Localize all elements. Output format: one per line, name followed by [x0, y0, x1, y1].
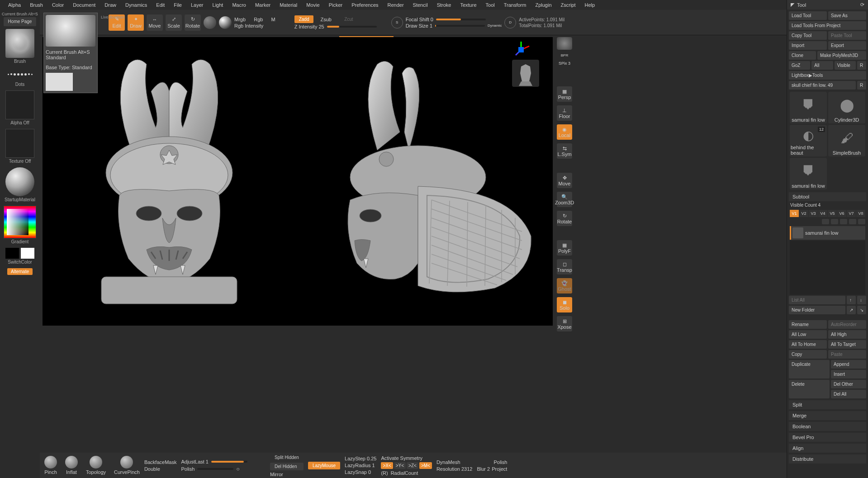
tool-item[interactable]: ⬤Cylinder3D: [828, 92, 865, 123]
color-picker[interactable]: [4, 206, 36, 238]
down-icon[interactable]: ↓: [857, 296, 866, 304]
activate-symmetry-label[interactable]: Activate Symmetry: [381, 455, 432, 461]
goz-button[interactable]: GoZ: [789, 61, 810, 70]
subtool-list[interactable]: [790, 241, 865, 295]
material-thumbnail[interactable]: [5, 167, 34, 196]
menu-dynamics[interactable]: Dynamics: [121, 0, 152, 9]
align-section[interactable]: Align: [789, 444, 866, 453]
move-button[interactable]: ↔Move: [147, 14, 163, 31]
copy-tool-button[interactable]: Copy Tool: [789, 31, 827, 40]
z-intensity-slider[interactable]: [327, 26, 377, 28]
rotate-cam-button[interactable]: ↻Rotate: [557, 211, 572, 226]
menu-brush[interactable]: Brush: [25, 0, 47, 9]
sym-y-button[interactable]: >Y<: [394, 462, 406, 469]
draw-button[interactable]: ✦Draw: [128, 14, 144, 31]
radialcount-label[interactable]: RadialCount: [391, 470, 418, 476]
adjust-last-slider[interactable]: [211, 461, 247, 463]
viewport[interactable]: [43, 37, 553, 326]
switchcolor-label[interactable]: SwitchColor: [8, 260, 32, 265]
draw-size-slider[interactable]: [435, 25, 485, 27]
z-intensity-label[interactable]: Z Intensity 25: [294, 24, 324, 29]
menu-movie[interactable]: Movie: [302, 0, 324, 9]
lightbox-tools-button[interactable]: Lightbox▶Tools: [789, 71, 866, 80]
focal-shift-label[interactable]: Focal Shift 0: [406, 17, 433, 22]
rename-button[interactable]: Rename: [789, 320, 827, 329]
eye-icon[interactable]: [858, 219, 865, 224]
lazymouse-button[interactable]: LazyMouse: [308, 462, 340, 469]
vtab-v8[interactable]: V8: [856, 210, 865, 217]
menu-stroke[interactable]: Stroke: [432, 0, 456, 9]
copy-button[interactable]: Copy: [789, 350, 827, 359]
alternate-button[interactable]: Alternate: [7, 268, 33, 275]
zsub-button[interactable]: Zsub: [321, 17, 332, 22]
all-to-home-button[interactable]: All To Home: [789, 340, 827, 349]
ghost-button[interactable]: 👻Ghost: [557, 278, 572, 293]
split-hidden-button[interactable]: Split Hidden: [270, 454, 304, 461]
rgb-button[interactable]: Rgb: [254, 17, 263, 22]
sym-x-button[interactable]: >X<: [381, 462, 393, 469]
axis-gizmo[interactable]: [512, 41, 530, 59]
clone-button[interactable]: Clone: [789, 51, 816, 60]
tool-item[interactable]: ⛊samurai fin low: [790, 92, 827, 123]
menu-zplugin[interactable]: Zplugin: [531, 0, 556, 9]
load-tool-button[interactable]: Load Tool: [789, 11, 827, 20]
brush-inflat[interactable]: Inflat: [65, 456, 78, 475]
split-section[interactable]: Split: [789, 400, 866, 409]
eye-icon[interactable]: [822, 219, 829, 224]
load-tools-project-button[interactable]: Load Tools From Project: [789, 21, 866, 30]
lsym-button[interactable]: ⇆L.Sym: [557, 143, 572, 159]
scale-button[interactable]: ⤢Scale: [166, 14, 182, 31]
polish-label[interactable]: Polish: [181, 466, 194, 472]
transp-button[interactable]: ◻Transp: [557, 259, 572, 274]
bpr-button[interactable]: [557, 37, 572, 50]
r-button-2[interactable]: R: [857, 81, 866, 90]
lazysnap-label[interactable]: LazySnap 0: [345, 469, 376, 475]
bevel-pro-section[interactable]: Bevel Pro: [789, 433, 866, 442]
brush-pinch[interactable]: Pinch: [44, 456, 57, 475]
menu-document[interactable]: Document: [68, 0, 100, 9]
tool-item[interactable]: 🖌SimpleBrush: [828, 125, 865, 156]
home-page-button[interactable]: Home Page: [4, 17, 36, 26]
camera-head-gizmo[interactable]: [512, 60, 539, 87]
autoreorder-button[interactable]: AutoReorder: [828, 320, 866, 329]
persp-button[interactable]: ▦Persp: [557, 86, 572, 102]
zadd-button[interactable]: Zadd: [294, 15, 314, 23]
adjust-last-label[interactable]: AdjustLast 1: [181, 459, 209, 464]
del-hidden-button[interactable]: Del Hidden: [270, 463, 304, 470]
brush-curvepinch[interactable]: CurvePinch: [114, 456, 140, 475]
swatch-black[interactable]: [5, 248, 19, 259]
r-button[interactable]: R: [857, 61, 866, 70]
mat-preview-1[interactable]: [204, 16, 216, 29]
menu-color[interactable]: Color: [47, 0, 68, 9]
arrow-icon[interactable]: ↗: [847, 306, 856, 314]
all-low-button[interactable]: All Low: [789, 330, 827, 339]
menu-picker[interactable]: Picker: [324, 0, 347, 9]
mrgb-button[interactable]: Mrgb: [234, 17, 246, 22]
del-other-button[interactable]: Del Other: [831, 380, 866, 388]
menu-alpha[interactable]: Alpha: [4, 0, 25, 9]
tool-item[interactable]: ◐behind the beaut12: [790, 125, 827, 156]
eye-icon[interactable]: [840, 219, 847, 224]
vtab-v6[interactable]: V6: [837, 210, 846, 217]
menu-texture[interactable]: Texture: [455, 0, 481, 9]
focal-shift-slider[interactable]: [436, 19, 486, 20]
all-high-button[interactable]: All High: [828, 330, 866, 339]
texture-thumbnail[interactable]: [5, 129, 34, 158]
brush-thumbnail[interactable]: [5, 29, 34, 58]
tool-item[interactable]: ⛊samurai fin low: [790, 158, 827, 189]
alpha-thumbnail[interactable]: [5, 90, 34, 119]
menu-render[interactable]: Render: [383, 0, 408, 9]
move-cam-button[interactable]: ✥Move: [557, 173, 572, 188]
distribute-section[interactable]: Distribute: [789, 454, 866, 464]
polish-label-2[interactable]: Polish: [493, 459, 507, 465]
menu-preferences[interactable]: Preferences: [347, 0, 383, 9]
menu-edit[interactable]: Edit: [152, 0, 169, 9]
menu-transform[interactable]: Transform: [499, 0, 531, 9]
menu-help[interactable]: Help: [580, 0, 600, 9]
mirror-button[interactable]: Mirror: [270, 472, 304, 477]
backface-mask-label[interactable]: BackfaceMask: [144, 459, 177, 465]
rotate-button[interactable]: ↻Rotate: [185, 14, 201, 31]
visible-button[interactable]: Visible: [835, 61, 856, 70]
solo-button[interactable]: ◼Solo: [557, 297, 572, 312]
filename-field[interactable]: skull chief fin low. 49: [789, 81, 856, 90]
